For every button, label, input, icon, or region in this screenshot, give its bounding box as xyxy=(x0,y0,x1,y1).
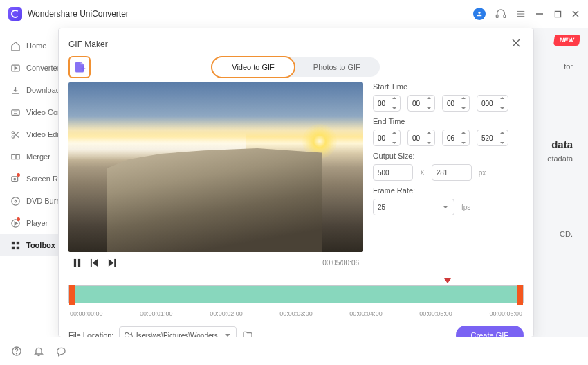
modal-title: GIF Maker xyxy=(68,39,108,49)
end-ss-input[interactable]: 06 xyxy=(442,130,470,146)
end-hh-input[interactable]: 00 xyxy=(373,130,401,146)
start-hh-input[interactable]: 00 xyxy=(373,95,401,112)
tab-video-to-gif[interactable]: Video to GIF xyxy=(211,56,295,78)
svg-rect-20 xyxy=(11,241,14,244)
converter-icon xyxy=(10,62,21,73)
grid-icon xyxy=(10,240,21,251)
start-mm-input[interactable]: 00 xyxy=(407,95,435,112)
bg-text: data xyxy=(551,139,573,150)
svg-rect-21 xyxy=(16,241,19,244)
home-icon xyxy=(10,40,21,51)
svg-rect-31 xyxy=(114,258,116,266)
sidebar-item-label: Video Compressor xyxy=(26,108,62,116)
svg-point-16 xyxy=(14,178,16,180)
output-size-label: Output Size: xyxy=(373,152,524,160)
svg-point-33 xyxy=(16,353,17,354)
scissors-icon xyxy=(10,129,21,140)
maximize-button[interactable] xyxy=(553,10,562,18)
feedback-icon[interactable] xyxy=(55,346,66,357)
sidebar-item-label: Merger xyxy=(26,152,50,161)
close-modal-button[interactable] xyxy=(508,35,524,53)
disc-icon xyxy=(10,195,21,206)
app-logo xyxy=(8,7,22,21)
app-title: Wondershare UniConverter xyxy=(28,9,473,19)
size-unit: px xyxy=(479,169,486,177)
svg-point-11 xyxy=(12,131,14,133)
output-width-input[interactable]: 500 xyxy=(373,164,413,181)
bg-text: CD. xyxy=(560,230,573,238)
file-plus-icon xyxy=(73,61,86,73)
sidebar-item-label: Toolbox xyxy=(26,241,55,249)
help-icon[interactable] xyxy=(11,346,22,357)
svg-rect-29 xyxy=(78,258,80,266)
svg-rect-1 xyxy=(504,15,506,17)
headset-icon[interactable] xyxy=(495,8,506,19)
pause-button[interactable] xyxy=(73,258,82,267)
prev-frame-button[interactable] xyxy=(90,258,99,267)
mode-tabs: Video to GIF Photos to GIF xyxy=(212,57,379,77)
svg-rect-13 xyxy=(11,154,15,159)
sidebar-item-label: DVD Burner xyxy=(26,197,62,205)
end-time-label: End Time xyxy=(373,117,524,125)
svg-rect-30 xyxy=(91,258,92,266)
gif-maker-modal: GIF Maker Video to GIF Photos to GIF xyxy=(58,28,534,337)
playback-time: 00:05/00:06 xyxy=(322,259,359,267)
sidebar-item-label: Converter xyxy=(26,64,59,72)
sidebar-item-editor[interactable]: Video Editor xyxy=(0,123,62,145)
bell-icon[interactable] xyxy=(33,346,44,357)
add-file-button[interactable] xyxy=(68,56,91,78)
sidebar-item-downloader[interactable]: Downloader xyxy=(0,79,62,101)
notification-dot xyxy=(17,173,20,177)
sidebar-item-home[interactable]: Home xyxy=(0,35,62,57)
svg-rect-10 xyxy=(11,109,19,115)
end-ms-input[interactable]: 520 xyxy=(477,130,508,146)
svg-rect-6 xyxy=(555,11,560,17)
bg-text: tor xyxy=(564,62,573,71)
sidebar-item-compressor[interactable]: Video Compressor xyxy=(0,101,62,123)
hamburger-icon[interactable] xyxy=(516,9,526,19)
sidebar-item-label: Downloader xyxy=(26,86,62,94)
bg-text: etadata xyxy=(547,154,573,163)
compress-icon xyxy=(10,107,21,118)
new-badge: NEW xyxy=(553,35,580,46)
frame-rate-label: Frame Rate: xyxy=(373,186,524,195)
svg-point-18 xyxy=(15,200,17,202)
sidebar-item-label: Player xyxy=(26,219,48,227)
start-ss-input[interactable]: 00 xyxy=(442,95,470,112)
video-preview[interactable] xyxy=(68,82,363,252)
timeline-track[interactable] xyxy=(68,285,524,303)
frame-rate-select[interactable]: 25 xyxy=(373,199,454,215)
sidebar-item-label: Screen Recorder xyxy=(26,175,62,183)
start-time-label: Start Time xyxy=(373,82,524,91)
sidebar-item-converter[interactable]: Converter xyxy=(0,57,62,79)
trim-handle-right[interactable] xyxy=(517,285,523,305)
svg-rect-27 xyxy=(83,66,84,71)
svg-rect-0 xyxy=(496,15,498,17)
download-icon xyxy=(10,84,21,96)
sidebar-item-recorder[interactable]: Screen Recorder xyxy=(0,168,62,190)
sidebar-item-toolbox[interactable]: Toolbox xyxy=(0,234,62,256)
start-ms-input[interactable]: 000 xyxy=(477,95,508,112)
svg-rect-14 xyxy=(16,154,19,159)
sidebar-item-player[interactable]: Player xyxy=(0,212,62,234)
svg-point-17 xyxy=(11,197,19,204)
svg-rect-22 xyxy=(11,246,14,249)
next-frame-button[interactable] xyxy=(107,258,116,267)
svg-rect-28 xyxy=(74,258,76,266)
sidebar-item-label: Video Editor xyxy=(26,130,62,139)
svg-rect-23 xyxy=(16,246,19,249)
close-window-button[interactable] xyxy=(571,10,580,18)
output-height-input[interactable]: 281 xyxy=(432,164,472,181)
sidebar-item-label: Home xyxy=(26,42,46,50)
svg-point-12 xyxy=(12,136,14,138)
timeline-ruler: 00:00:00:00 00:00:01:00 00:00:02:00 00:0… xyxy=(68,310,524,317)
sidebar-item-merger[interactable]: Merger xyxy=(0,145,62,168)
sidebar-item-dvd[interactable]: DVD Burner xyxy=(0,190,62,212)
minimize-button[interactable] xyxy=(535,10,544,18)
user-avatar[interactable] xyxy=(473,8,486,20)
size-separator: X xyxy=(420,169,425,177)
tab-photos-to-gif[interactable]: Photos to GIF xyxy=(294,57,380,77)
trim-handle-left[interactable] xyxy=(69,285,75,305)
merge-icon xyxy=(10,151,21,162)
end-mm-input[interactable]: 00 xyxy=(407,130,435,146)
